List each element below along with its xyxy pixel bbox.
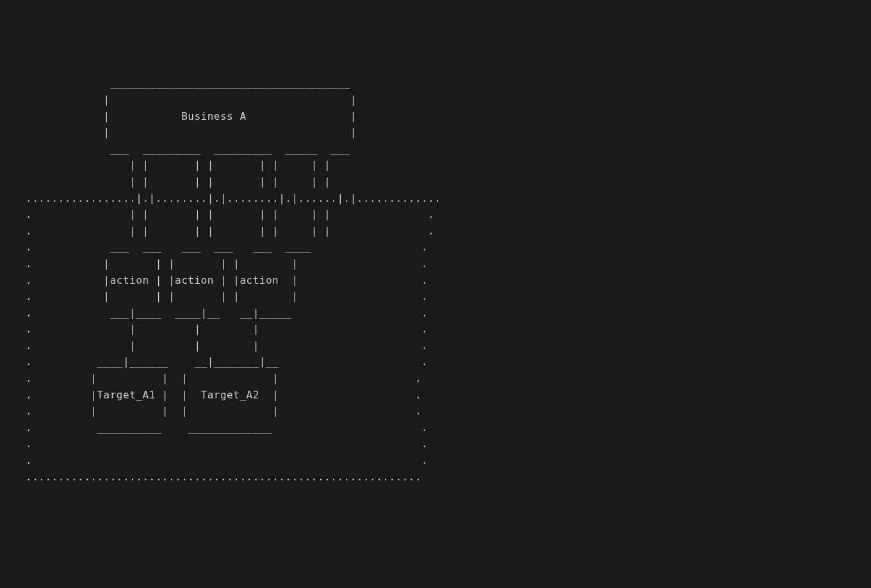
diagram-line: . | | | | | | | | . <box>26 208 434 220</box>
diagram-line: . | | | | | | | | . <box>26 225 434 237</box>
diagram-line: | Business A | <box>26 110 357 122</box>
diagram-line: . . <box>26 437 428 450</box>
diagram-line: _____________________________________ <box>26 77 350 89</box>
diagram-line: . . <box>26 454 428 466</box>
diagram-line: . | | | | . <box>26 405 421 417</box>
diagram-line: . ___|____ ____|__ __|_____ . <box>26 307 428 319</box>
diagram-line: | | <box>26 94 357 106</box>
diagram-line: ___ _________ _________ _____ ___ <box>26 143 350 155</box>
diagram-line: | | | | | | | | <box>26 159 330 171</box>
diagram-line: . | | | | . <box>26 372 421 384</box>
diagram-line: | | | | | | | | <box>26 176 330 188</box>
diagram-line: . | | | | | | . <box>26 257 428 270</box>
diagram-line: ........................................… <box>26 471 421 483</box>
diagram-line: . |action | |action | |action | . <box>26 274 428 286</box>
diagram-line: . | | | . <box>26 323 428 335</box>
diagram-line: . __________ _____________ . <box>26 421 428 434</box>
diagram-line: . | | | . <box>26 339 428 352</box>
diagram-line: . ____|______ __|_______|__ . <box>26 355 428 368</box>
diagram-line: . ___ ___ ___ ___ ___ ____ . <box>26 241 428 253</box>
diagram-line: | | <box>26 126 357 138</box>
ascii-diagram: _____________________________________ | … <box>26 75 845 485</box>
diagram-line: . |Target_A1 | | Target_A2 | . <box>26 389 421 401</box>
diagram-line: . | | | | | | . <box>26 290 428 302</box>
diagram-line: .................|.|........|.|........|… <box>26 192 441 204</box>
